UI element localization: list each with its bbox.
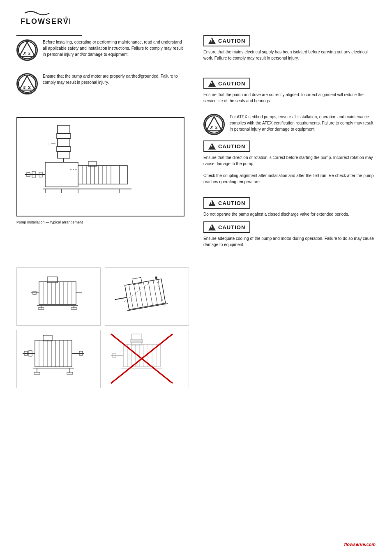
- caution-triangle-3: [208, 143, 216, 150]
- svg-text:ε: ε: [210, 124, 213, 131]
- svg-rect-34: [58, 152, 70, 158]
- pump-drawing-area: I Pump installation — typical arrangemen…: [16, 114, 193, 229]
- caution-triangle-4: [208, 200, 216, 206]
- svg-text:x: x: [28, 50, 31, 56]
- bottom-drawing-3: [16, 330, 101, 388]
- section3-right: ε x For ATEX certified pumps, ensure all…: [199, 114, 376, 251]
- svg-text:®: ®: [65, 16, 67, 20]
- pump-svg: I: [21, 121, 136, 212]
- svg-line-65: [138, 283, 143, 307]
- caution-label-2: CAUTION: [218, 81, 245, 87]
- drawing-caption: Pump installation — typical arrangement: [16, 220, 184, 226]
- svg-text:ε: ε: [23, 49, 26, 56]
- caution-label-5: CAUTION: [218, 224, 245, 230]
- bottom-svg-2: [107, 269, 177, 323]
- section-drawing: I Pump installation — typical arrangemen…: [16, 114, 376, 251]
- caution-badge-4: CAUTION: [203, 197, 250, 209]
- website-link: flowserve.com: [344, 542, 376, 547]
- section3-text1: Check the coupling alignment after insta…: [203, 173, 376, 185]
- section3-atex-text: For ATEX certified pumps, ensure all ins…: [230, 114, 376, 132]
- page: FLOWSERVE ® ε x: [0, 0, 392, 555]
- caution-badge-3: CAUTION: [203, 140, 250, 152]
- svg-line-64: [134, 284, 138, 308]
- svg-marker-6: [19, 76, 35, 90]
- caution1-text: Ensure that the mains electrical supply …: [203, 49, 376, 61]
- atex-symbol-1: ε x: [16, 39, 38, 61]
- svg-marker-2: [19, 42, 35, 56]
- section1-text1: Before installing, operating or performi…: [43, 39, 184, 58]
- svg-text:FLOWSERVE: FLOWSERVE: [21, 17, 70, 25]
- svg-marker-40: [206, 117, 222, 131]
- caution2-text: Ensure that the pump and drive are corre…: [203, 92, 376, 104]
- caution-badge-1: CAUTION: [203, 35, 250, 46]
- caution-label-4: CAUTION: [218, 200, 245, 206]
- section1-right: CAUTION Ensure that the mains electrical…: [199, 35, 376, 107]
- bottom-svg-4: [107, 332, 177, 385]
- bottom-drawings-section: [16, 267, 376, 388]
- svg-rect-32: [58, 138, 70, 147]
- svg-rect-76: [35, 340, 72, 367]
- caution5-text: Ensure adequate cooling of the pump and …: [203, 235, 376, 248]
- caution-triangle-2: [208, 80, 216, 87]
- svg-rect-30: [58, 125, 70, 134]
- atex-symbol-2: ε x: [16, 73, 38, 94]
- svg-line-68: [153, 280, 157, 304]
- bottom-svg-3: [18, 332, 88, 385]
- section1-text2: Ensure that the pump and motor are prope…: [43, 73, 184, 85]
- bottom-drawing-2: [105, 267, 189, 326]
- caution3-text: Ensure that the direction of rotation is…: [203, 154, 376, 167]
- section1-row1: ε x Before installing, operating or perf…: [16, 35, 376, 107]
- svg-rect-44: [39, 282, 76, 304]
- bottom-drawing-1: [16, 267, 101, 326]
- atex-symbol-3: ε x: [203, 114, 225, 135]
- svg-text:I: I: [48, 142, 50, 146]
- svg-line-67: [148, 281, 152, 305]
- svg-rect-10: [45, 162, 78, 187]
- caution-badge-2: CAUTION: [203, 78, 250, 89]
- svg-text:x: x: [28, 84, 31, 90]
- svg-rect-20: [119, 166, 127, 184]
- svg-rect-108: [131, 339, 143, 343]
- caution-label-1: CAUTION: [218, 38, 245, 44]
- svg-text:ε: ε: [23, 83, 26, 90]
- svg-rect-33: [57, 147, 71, 152]
- caution-triangle-1: [208, 37, 216, 44]
- footer: flowserve.com: [344, 542, 376, 547]
- drawing-row: I Pump installation — typical arrangemen…: [16, 114, 376, 251]
- caution-label-3: CAUTION: [218, 143, 245, 150]
- pump-drawing: I: [16, 117, 184, 216]
- section1-left: ε x Before installing, operating or perf…: [16, 35, 193, 97]
- svg-text:x: x: [215, 124, 218, 131]
- svg-line-75: [156, 278, 164, 306]
- caution4-text: Do not operate the pump against a closed…: [203, 211, 376, 217]
- svg-rect-31: [57, 134, 71, 138]
- logo-area: FLOWSERVE ®: [16, 8, 70, 31]
- svg-line-70: [115, 297, 127, 299]
- bottom-drawing-4: [105, 330, 189, 388]
- bottom-svg-1: [18, 269, 88, 323]
- caution-triangle-5: [208, 224, 216, 230]
- svg-rect-109: [131, 342, 142, 345]
- section-divider-1: [16, 35, 82, 36]
- section-1: ε x Before installing, operating or perf…: [16, 35, 376, 107]
- flowserve-logo: FLOWSERVE ®: [16, 8, 70, 31]
- header: FLOWSERVE ®: [16, 8, 376, 35]
- bottom-drawings-grid: [16, 267, 189, 388]
- caution-badge-5: CAUTION: [203, 221, 250, 233]
